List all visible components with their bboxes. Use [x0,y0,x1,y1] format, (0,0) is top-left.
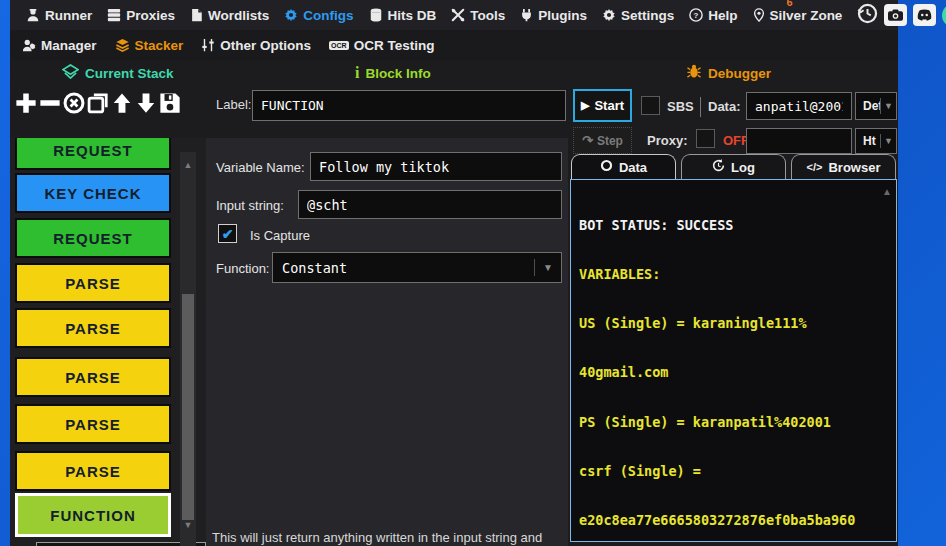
browser-tab-icon: </> [807,161,823,173]
menu-label: Plugins [538,8,587,23]
scroll-down-icon[interactable]: ▼ [180,518,196,532]
info-icon: i [355,64,359,82]
proxy-type-dropdown[interactable]: Ht ▼ [855,128,897,154]
stack-block-request-2[interactable]: REQUEST [15,218,171,258]
chevron-down-icon: ▼ [535,262,561,273]
step-arrow-icon: ↷ [582,133,593,148]
stack-layers-icon [62,64,79,82]
tab-browser[interactable]: </> Browser [791,154,896,179]
hits-db-icon [369,8,383,22]
menu-ocr-testing[interactable]: OCR OCR Testing [329,38,434,53]
start-button[interactable]: ▶ Start [573,89,632,122]
tab-data[interactable]: Data [571,154,676,179]
svg-text:?: ? [694,11,699,20]
sliders-icon [201,38,215,52]
data-input[interactable] [746,92,852,120]
stack-block-key-check[interactable]: KEY CHECK [15,173,171,213]
stack-block-parse-2[interactable]: PARSE [15,308,171,348]
clone-block-icon[interactable] [86,88,109,118]
debugger-tabs: Data Log </> Browser [571,154,896,179]
menu-label: Proxies [126,8,175,23]
configs-icon [284,8,298,22]
menu-label: Configs [303,8,353,23]
history-icon[interactable] [857,3,878,28]
scroll-up-icon[interactable]: ▲ [882,186,892,197]
stack-scrollbar-thumb[interactable] [182,294,194,520]
menu-help[interactable]: ? Help [689,8,737,23]
current-stack-title: Current Stack [85,66,174,81]
menu-manager[interactable]: Manager [22,38,97,53]
move-down-icon[interactable] [134,88,157,118]
data-type-dropdown[interactable]: Def ▼ [855,92,897,120]
tab-label: Data [619,160,647,175]
proxy-caption: Proxy: [647,133,687,148]
input-string-input[interactable] [298,190,562,219]
stacker-icon [115,38,130,52]
data-caption: Data: [708,99,741,114]
add-block-icon[interactable] [14,88,37,118]
menu-settings[interactable]: Settings [602,8,674,23]
discord-icon[interactable] [913,4,936,26]
menu-configs[interactable]: Configs [284,8,353,23]
menu-hits-db[interactable]: Hits DB [369,8,437,23]
chevron-down-icon: ▼ [881,101,896,111]
menu-label: Help [708,8,737,23]
chevron-down-icon: ▼ [881,136,896,146]
menu-proxies[interactable]: Proxies [107,8,175,23]
divider [700,97,701,117]
proxy-input[interactable] [746,128,852,154]
proxy-checkbox[interactable] [696,129,715,148]
stack-block-parse-4[interactable]: PARSE [15,404,171,444]
remove-block-icon[interactable] [38,88,61,118]
stack-list: REQUEST KEY CHECK REQUEST PARSE PARSE PA… [10,138,210,546]
function-value: Constant [273,260,534,276]
menu-runner[interactable]: Runner [26,8,92,23]
block-info-header: i Block Info [355,64,431,82]
menu-wordlists[interactable]: Wordlists [190,8,269,23]
move-up-icon[interactable] [110,88,133,118]
clear-stack-icon[interactable] [62,88,85,118]
debugger-log: BOT STATUS: SUCCESS VARIABLES: US (Singl… [571,180,896,542]
is-capture-checkbox[interactable]: ✔ [218,224,237,243]
function-dropdown[interactable]: Constant ▼ [272,252,562,283]
save-icon[interactable] [158,88,181,118]
camera-icon[interactable] [884,4,907,26]
input-string-label: Input string: [216,198,284,213]
tab-label: Log [731,160,755,175]
stack-toolbar [14,88,181,118]
block-info-panel: Variable Name: Input string: ✔ Is Captur… [206,138,568,546]
menu-label: Runner [45,8,92,23]
stack-block-parse-5[interactable]: PARSE [15,451,171,491]
variable-name-input[interactable] [310,152,562,181]
tab-log[interactable]: Log [681,154,786,179]
stack-block-request-1[interactable]: REQUEST [15,138,171,170]
play-icon: ▶ [581,99,589,112]
menu-plugins[interactable]: Plugins [520,8,587,23]
log-line: US (Single) = karaningle111% [579,315,894,331]
current-stack-header: Current Stack [62,64,174,82]
ocr-icon: OCR [329,41,349,50]
tools-icon [451,8,465,22]
log-line: 40gmail.com [579,364,894,380]
menu-stacker[interactable]: Stacker [115,38,184,53]
telegram-icon[interactable] [942,4,946,27]
step-button[interactable]: ↷ Step [573,127,632,154]
menu-silver-zone[interactable]: 6 Silver Zone [753,8,843,23]
menu-other-options[interactable]: Other Options [201,38,311,53]
menu-label: Settings [621,8,674,23]
block-label-input[interactable] [252,90,566,121]
settings-icon [602,8,616,22]
menu-tools[interactable]: Tools [451,8,505,23]
scroll-up-icon[interactable]: ▲ [180,158,196,172]
stack-block-function-selected[interactable]: FUNCTION [15,493,171,537]
menu-label: Stacker [135,38,184,53]
config-submenu: Manager Stacker Other Options OCR OCR Te… [10,30,898,60]
sbs-checkbox[interactable] [641,96,660,115]
stack-block-parse-3[interactable]: PARSE [15,357,171,397]
block-description: This will just return anything written i… [212,530,566,546]
stack-block-parse-1[interactable]: PARSE [15,263,171,303]
data-tab-icon [600,159,613,175]
tab-label: Browser [828,160,880,175]
log-line: e20c8ea77e6665803272876ef0ba5ba960 [579,512,894,528]
main-menubar: Runner Proxies Wordlists Configs Hits DB… [10,0,898,30]
